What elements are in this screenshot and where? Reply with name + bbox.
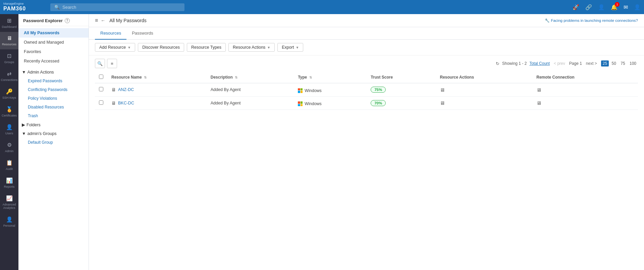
dashboard-icon: ⊞ <box>7 17 11 24</box>
nav-item-owned-and-managed[interactable]: Owned and Managed <box>18 38 89 47</box>
type-bkc-dc: Windows <box>294 96 367 110</box>
sub-item-policy-violations[interactable]: Policy Violations <box>18 94 89 103</box>
sidebar-item-audit[interactable]: 📋 Audit <box>0 156 18 174</box>
user-add-icon[interactable]: 👤 <box>598 4 605 10</box>
sub-item-expired-passwords[interactable]: Expired Passwords <box>18 77 89 85</box>
row-checkbox-anz-dc[interactable] <box>99 87 103 91</box>
sidebar-item-connections[interactable]: ⇄ Connections <box>0 67 18 85</box>
nav-item-favorites[interactable]: Favorites <box>18 47 89 56</box>
sidebar-item-ssh-keys[interactable]: 🔑 SSH Keys <box>0 85 18 103</box>
page-size-100[interactable]: 100 <box>628 60 638 66</box>
search-input[interactable] <box>62 5 180 10</box>
sidebar-item-groups[interactable]: ⊡ Groups <box>0 49 18 67</box>
explorer-header: Password Explorer ? <box>18 14 89 26</box>
sidebar-label-audit: Audit <box>6 167 13 171</box>
resource-actions-button[interactable]: Resource Actions ▼ <box>228 43 275 52</box>
section-admin-actions[interactable]: ▼ Admin Actions <box>18 68 89 77</box>
sort-description-icon[interactable]: ⇅ <box>235 76 237 79</box>
section-admins-groups[interactable]: ▼ admin's Groups <box>18 129 89 138</box>
tab-passwords[interactable]: Passwords <box>126 27 159 40</box>
remote-connection-icon-bkc-dc[interactable]: 🖥 <box>536 100 541 106</box>
resource-name-bkc-dc[interactable]: BKC-DC <box>118 101 134 105</box>
trust-score-bkc-dc: 70% <box>367 96 436 110</box>
sidebar-item-personal[interactable]: 👤 Personal <box>0 213 18 231</box>
resource-link-anz-dc[interactable]: 🖥 ANZ-DC <box>111 87 203 92</box>
sidebar-item-certificates[interactable]: 🏅 Certificates <box>0 103 18 121</box>
link-icon[interactable]: 🔗 <box>585 4 592 10</box>
sort-type-icon[interactable]: ⇅ <box>309 76 312 79</box>
page-sizes: 25 50 75 100 <box>601 61 638 66</box>
select-all-checkbox[interactable] <box>99 75 103 79</box>
refresh-icon[interactable]: ↻ <box>496 61 499 66</box>
sidebar-label-personal: Personal <box>3 224 15 227</box>
nav-item-recently-accessed[interactable]: Recently Accessed <box>18 56 89 66</box>
resource-link-bkc-dc[interactable]: 🖥 BKC-DC <box>111 100 203 106</box>
sub-item-trash[interactable]: Trash <box>18 111 89 120</box>
user-icon[interactable]: 👤 <box>634 4 641 10</box>
total-count-link[interactable]: Total Count <box>529 61 550 66</box>
export-button[interactable]: Export ▼ <box>277 43 303 52</box>
trust-score-anz-dc: 75% <box>367 83 436 97</box>
page-size-25[interactable]: 25 <box>601 60 609 66</box>
windows-logo-bkc-dc <box>298 101 303 106</box>
search-box[interactable]: 🔍 <box>50 3 184 11</box>
col-resource-name: Resource Name ⇅ <box>107 72 207 83</box>
wrench-icon: 🔧 <box>545 18 549 23</box>
tab-resources[interactable]: Resources <box>95 27 126 40</box>
resource-types-button[interactable]: Resource Types <box>187 43 226 52</box>
prev-page-button[interactable]: < prev <box>552 60 567 66</box>
sub-item-disabled-resources[interactable]: Disabled Resources <box>18 103 89 111</box>
next-page-button[interactable]: next > <box>585 60 598 66</box>
content-header: ≡ ← All My Passwords 🔧 Facing problems i… <box>89 14 644 27</box>
groups-icon: ⊡ <box>7 53 11 59</box>
page-size-75[interactable]: 75 <box>619 60 627 66</box>
sidebar-item-advanced-analytics[interactable]: 📈 Advanced Analytics <box>0 192 18 213</box>
mail-icon[interactable]: ✉ <box>624 4 628 10</box>
windows-logo-anz-dc <box>298 88 303 93</box>
help-icon[interactable]: ? <box>65 18 70 23</box>
bell-icon[interactable]: 🔔 1 <box>611 4 618 10</box>
row-checkbox-bkc-dc[interactable] <box>99 100 103 105</box>
trust-badge-anz-dc: 75% <box>371 87 386 93</box>
list-view-button[interactable]: ≡ <box>107 59 117 68</box>
back-button[interactable]: ← <box>101 18 105 23</box>
sidebar-item-resources[interactable]: 🖥 Resources <box>0 32 18 49</box>
discover-resources-button[interactable]: Discover Resources <box>138 43 184 52</box>
facing-problems-link[interactable]: 🔧 Facing problems in launching remote co… <box>545 18 638 23</box>
sub-item-conflicting-passwords[interactable]: Conflicting Passwords <box>18 85 89 94</box>
col-resource-actions: Resource Actions <box>436 72 532 83</box>
sidebar-item-reports[interactable]: 📊 Reports <box>0 174 18 192</box>
rocket-icon[interactable]: 🚀 <box>573 4 579 10</box>
remote-connection-icon-anz-dc[interactable]: 🖥 <box>536 87 541 93</box>
export-dropdown-arrow: ▼ <box>296 46 299 49</box>
page-size-50[interactable]: 50 <box>610 60 618 66</box>
sidebar-label-certificates: Certificates <box>2 114 17 117</box>
sidebar-item-dashboard[interactable]: ⊞ Dashboard <box>0 14 18 32</box>
search-icon: 🔍 <box>54 5 60 10</box>
remote-connection-cell-bkc-dc: 🖥 <box>532 96 638 110</box>
brand-top: ManageEngine <box>3 2 44 5</box>
sidebar-label-dashboard: Dashboard <box>2 25 16 29</box>
toolbar: Add Resource ▼ Discover Resources Resour… <box>89 40 644 55</box>
table-row: 🖥 BKC-DC Added By Agent Windows 70% 🖥 <box>95 96 638 110</box>
page-title: All My Passwords <box>109 18 542 23</box>
hamburger-icon[interactable]: ≡ <box>95 17 98 24</box>
top-nav-icons: 🚀 🔗 👤 🔔 1 ✉ 👤 <box>573 4 641 10</box>
section-folders[interactable]: ▶ Folders <box>18 120 89 129</box>
sort-resource-name-icon[interactable]: ⇅ <box>144 76 147 79</box>
sidebar-item-admin[interactable]: ⚙ Admin <box>0 138 18 156</box>
resource-action-icon-anz-dc[interactable]: 🖥 <box>440 87 445 93</box>
resource-action-icon-bkc-dc[interactable]: 🖥 <box>440 100 445 106</box>
facing-problems-text: Facing problems in launching remote conn… <box>551 18 638 22</box>
table-controls-right: ↻ Showing 1 - 2 Total Count < prev Page … <box>496 60 638 66</box>
search-toggle-button[interactable]: 🔍 <box>95 59 105 68</box>
resource-name-anz-dc[interactable]: ANZ-DC <box>118 87 134 92</box>
add-resource-button[interactable]: Add Resource ▼ <box>95 43 135 52</box>
sidebar-label-ssh-keys: SSH Keys <box>2 96 16 99</box>
reports-icon: 📊 <box>6 177 13 184</box>
table-body: 🖥 ANZ-DC Added By Agent Windows 75% 🖥 <box>95 83 638 110</box>
sub-item-default-group[interactable]: Default Group <box>18 138 89 147</box>
col-description: Description ⇅ <box>207 72 294 83</box>
sidebar-item-users[interactable]: 👤 Users <box>0 121 18 138</box>
nav-item-all-my-passwords[interactable]: All My Passwords <box>18 28 89 38</box>
